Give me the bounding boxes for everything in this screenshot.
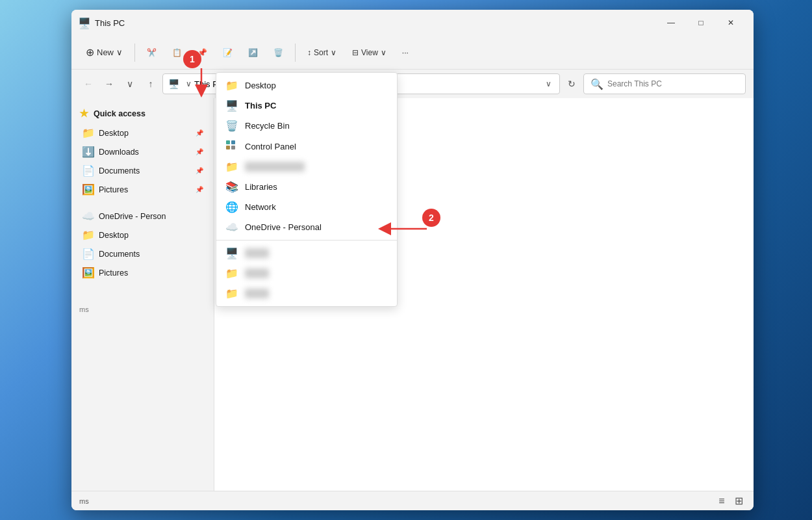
new-icon: ⊕ bbox=[86, 46, 94, 58]
extra3-icon: 📁 bbox=[225, 287, 238, 300]
up-button[interactable]: ↑ bbox=[142, 75, 160, 93]
quick-access-label: Quick access bbox=[94, 109, 146, 118]
sort-chevron-icon: ∨ bbox=[331, 48, 336, 57]
recyclebin-dd-icon: 🗑️ bbox=[225, 120, 238, 132]
annotation-2: 2 bbox=[422, 209, 440, 227]
quick-access-header[interactable]: ★ Quick access bbox=[71, 103, 214, 124]
minimize-button[interactable]: — bbox=[656, 12, 686, 33]
dropdown-item-extra3[interactable]: 📁 ████ bbox=[216, 283, 397, 304]
window-icon: 🖥️ bbox=[79, 18, 90, 28]
sidebar: ★ Quick access 📁 Desktop 📌 ⬇️ Downloads … bbox=[71, 98, 214, 491]
address-chevron-icon[interactable]: ∨ bbox=[543, 78, 554, 90]
dropdown-item-extra1-label: ████ bbox=[245, 248, 269, 258]
toolbar: ⊕ New ∨ ✂️ 📋 📌 📝 ↗️ 🗑️ ↕️ Sort ∨ ⊟ bbox=[71, 36, 754, 70]
dropdown-item-blurred-label: ██████████ bbox=[245, 162, 305, 172]
controlpanel-dd-icon bbox=[225, 140, 238, 153]
sidebar-item-documents-label: Documents bbox=[99, 166, 140, 176]
pin-icon-4: 📌 bbox=[196, 186, 203, 193]
address-pc-icon: 🖥️ bbox=[168, 79, 179, 89]
search-icon: 🔍 bbox=[590, 78, 603, 90]
svg-rect-7 bbox=[231, 140, 235, 144]
sidebar-item-pictures-label: Pictures bbox=[99, 185, 128, 194]
sidebar-item-desktop-label: Desktop bbox=[99, 129, 129, 138]
dropdown-item-network-label: Network bbox=[245, 202, 276, 212]
sidebar-item-od-pictures[interactable]: 🖼️ Pictures bbox=[74, 263, 211, 282]
window-title: This PC bbox=[95, 18, 656, 28]
sidebar-item-documents[interactable]: 📄 Documents 📌 bbox=[74, 161, 211, 180]
dropdown-item-recyclebin-label: Recycle Bin bbox=[245, 121, 290, 131]
sidebar-item-onedrive[interactable]: ☁️ OneDrive - Person bbox=[74, 207, 211, 226]
annotation-circle-2: 2 bbox=[422, 209, 440, 227]
dropdown-item-desktop-label: Desktop bbox=[245, 81, 276, 90]
dropdown-item-extra2[interactable]: 📁 ████ bbox=[216, 263, 397, 283]
list-view-button[interactable]: ≡ bbox=[715, 494, 729, 508]
share-button[interactable]: ↗️ bbox=[242, 44, 264, 61]
history-button[interactable]: ∨ bbox=[121, 75, 139, 93]
od-desktop-icon: 📁 bbox=[82, 229, 94, 241]
main-content: ★ Quick access 📁 Desktop 📌 ⬇️ Downloads … bbox=[71, 98, 754, 491]
new-button[interactable]: ⊕ New ∨ bbox=[79, 42, 129, 62]
quick-access-section: ★ Quick access 📁 Desktop 📌 ⬇️ Downloads … bbox=[71, 103, 214, 199]
sidebar-item-pictures[interactable]: 🖼️ Pictures 📌 bbox=[74, 180, 211, 199]
close-button[interactable]: ✕ bbox=[716, 12, 746, 33]
search-input[interactable] bbox=[607, 79, 739, 88]
refresh-button[interactable]: ↻ bbox=[563, 75, 581, 93]
extra1-icon: 🖥️ bbox=[225, 247, 238, 259]
svg-rect-8 bbox=[226, 146, 230, 150]
more-button[interactable]: ··· bbox=[396, 44, 415, 61]
cut-button[interactable]: ✂️ bbox=[140, 44, 163, 61]
title-controls: — □ ✕ bbox=[656, 12, 746, 33]
dropdown-item-thispc[interactable]: 🖥️ This PC bbox=[216, 96, 397, 116]
grid-view-button[interactable]: ⊞ bbox=[731, 494, 746, 508]
rename-button[interactable]: 📝 bbox=[216, 44, 239, 61]
sidebar-item-od-documents[interactable]: 📄 Documents bbox=[74, 244, 211, 263]
star-icon: ★ bbox=[79, 107, 88, 120]
sidebar-item-onedrive-label: OneDrive - Person bbox=[99, 212, 166, 221]
dropdown-item-controlpanel[interactable]: Control Panel bbox=[216, 136, 397, 157]
rename-icon: 📝 bbox=[223, 48, 233, 57]
sort-button[interactable]: ↕️ Sort ∨ bbox=[301, 44, 343, 61]
dropdown-item-blurred[interactable]: 📁 ██████████ bbox=[216, 157, 397, 177]
view-buttons: ≡ ⊞ bbox=[715, 494, 746, 508]
documents-icon: 📄 bbox=[82, 164, 94, 177]
more-icon: ··· bbox=[402, 48, 409, 57]
share-icon: ↗️ bbox=[248, 48, 258, 57]
sidebar-item-downloads[interactable]: ⬇️ Downloads 📌 bbox=[74, 142, 211, 161]
forward-button[interactable]: → bbox=[100, 75, 118, 93]
annotation-1: 1 bbox=[183, 50, 201, 68]
dropdown-item-onedrive[interactable]: ☁️ OneDrive - Personal bbox=[216, 217, 397, 237]
view-label: View bbox=[361, 48, 378, 57]
view-button[interactable]: ⊟ View ∨ bbox=[346, 44, 393, 61]
toolbar-separator-2 bbox=[295, 44, 296, 62]
dropdown-item-recyclebin[interactable]: 🗑️ Recycle Bin bbox=[216, 116, 397, 136]
address-pc-chevron[interactable]: ∨ bbox=[183, 78, 194, 90]
pictures-icon: 🖼️ bbox=[82, 183, 94, 196]
sidebar-item-od-desktop[interactable]: 📁 Desktop bbox=[74, 226, 211, 244]
libraries-dd-icon: 📚 bbox=[225, 181, 238, 193]
annotation-circle-1: 1 bbox=[183, 50, 201, 68]
pin-icon-2: 📌 bbox=[196, 148, 203, 155]
sidebar-item-desktop[interactable]: 📁 Desktop 📌 bbox=[74, 124, 211, 142]
desktop-dd-icon: 📁 bbox=[225, 79, 238, 92]
back-button[interactable]: ← bbox=[79, 75, 97, 93]
network-dd-icon: 🌐 bbox=[225, 201, 238, 213]
od-documents-icon: 📄 bbox=[82, 248, 94, 260]
delete-button[interactable]: 🗑️ bbox=[267, 44, 290, 61]
onedrive-dd-icon: ☁️ bbox=[225, 221, 238, 233]
extra2-icon: 📁 bbox=[225, 267, 238, 280]
dropdown-item-controlpanel-label: Control Panel bbox=[245, 142, 296, 151]
search-box[interactable]: 🔍 bbox=[583, 73, 746, 94]
dropdown-item-libraries-label: Libraries bbox=[245, 182, 277, 192]
copy-icon: 📋 bbox=[172, 48, 182, 57]
od-pictures-icon: 🖼️ bbox=[82, 266, 94, 279]
dropdown-item-desktop[interactable]: 📁 Desktop bbox=[216, 75, 397, 96]
maximize-button[interactable]: □ bbox=[686, 12, 716, 33]
view-chevron-icon: ∨ bbox=[381, 48, 387, 57]
delete-icon: 🗑️ bbox=[273, 48, 283, 57]
sidebar-status: ms bbox=[79, 306, 89, 313]
dropdown-item-extra1[interactable]: 🖥️ ████ bbox=[216, 243, 397, 263]
dropdown-separator bbox=[216, 240, 397, 240]
dropdown-item-network[interactable]: 🌐 Network bbox=[216, 197, 397, 217]
desktop-folder-icon: 📁 bbox=[82, 127, 94, 139]
dropdown-item-libraries[interactable]: 📚 Libraries bbox=[216, 177, 397, 197]
